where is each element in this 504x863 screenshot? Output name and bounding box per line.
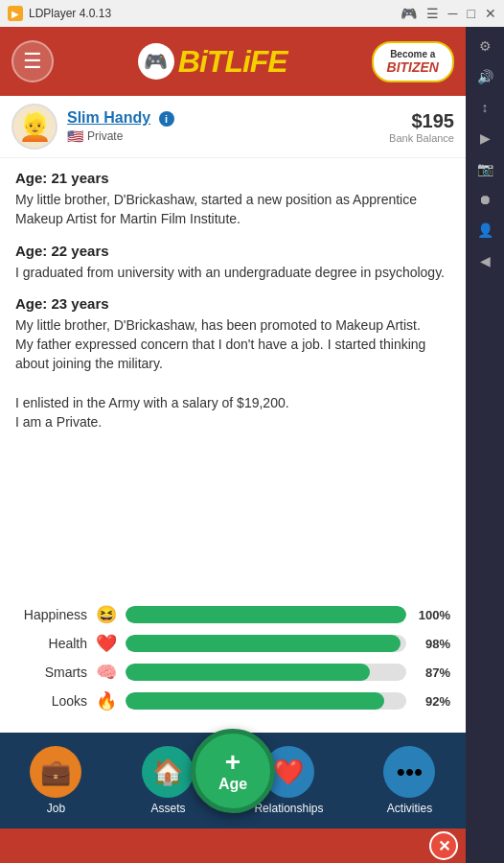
- stat-bar-fill: [126, 635, 401, 652]
- nav-activities[interactable]: ••• Activities: [383, 746, 435, 815]
- assets-label: Assets: [150, 802, 185, 815]
- bottom-nav: 💼 Job 🏠 Assets + Age ❤️ Relationships ••…: [0, 733, 466, 828]
- profile-name-row: Slim Handy i: [67, 109, 174, 127]
- bitizen-button[interactable]: Become a BITIZEN: [372, 41, 454, 82]
- stat-emoji: 😆: [95, 604, 118, 625]
- profile-left: 👱 Slim Handy i 🇺🇸 Private: [11, 104, 174, 150]
- stat-label: Happiness: [15, 607, 87, 622]
- stat-pct: 92%: [414, 694, 450, 709]
- event-text: I graduated from university with an unde…: [15, 263, 450, 282]
- sidebar-user-icon[interactable]: 👤: [470, 217, 500, 244]
- stat-bar-fill: [126, 606, 406, 623]
- red-strip: ✕: [0, 828, 466, 863]
- stat-bar-bg: [126, 635, 406, 652]
- nav-assets[interactable]: 🏠 Assets: [142, 746, 194, 815]
- stat-pct: 100%: [414, 608, 450, 622]
- stat-pct: 98%: [414, 637, 450, 651]
- profile-info: Slim Handy i 🇺🇸 Private: [67, 109, 174, 144]
- nav-job[interactable]: 💼 Job: [30, 746, 81, 815]
- stat-emoji: ❤️: [95, 633, 118, 654]
- hamburger-icon: ☰: [23, 49, 42, 74]
- stat-bar-fill: [126, 664, 370, 681]
- hamburger-button[interactable]: ☰: [11, 40, 54, 82]
- profile-rank: 🇺🇸 Private: [67, 128, 174, 144]
- sidebar-back-icon[interactable]: ◀: [470, 247, 500, 274]
- event-age: Age: 23 years: [15, 295, 450, 312]
- stat-bar-bg: [126, 692, 406, 710]
- life-events-scroll[interactable]: Age: 21 yearsMy little brother, D'Bricka…: [0, 158, 466, 593]
- age-button-container: + Age: [191, 729, 275, 813]
- menu-icon[interactable]: ☰: [426, 6, 439, 21]
- age-button[interactable]: + Age: [191, 729, 275, 813]
- bitizen-top-text: Become a: [387, 49, 439, 59]
- logo-text: BiTLiFE: [178, 44, 287, 80]
- stat-row: Looks 🔥 92%: [15, 690, 450, 711]
- title-bar-controls: 🎮 ☰ ─ □ ✕: [401, 6, 496, 21]
- event-block: Age: 22 yearsI graduated from university…: [15, 243, 450, 282]
- close-icon[interactable]: ✕: [485, 6, 496, 21]
- stat-row: Happiness 😆 100%: [15, 604, 450, 625]
- app-header: ☰ 🎮 BiTLiFE Become a BITIZEN: [0, 27, 466, 96]
- sidebar-play-icon[interactable]: ▶: [470, 125, 500, 152]
- stat-label: Smarts: [15, 665, 87, 680]
- stat-emoji: 🔥: [95, 690, 118, 711]
- age-plus-icon: +: [225, 749, 241, 776]
- minimize-icon[interactable]: ─: [448, 6, 458, 21]
- avatar: 👱: [11, 104, 57, 150]
- close-button[interactable]: ✕: [429, 831, 458, 860]
- sidebar-settings-icon[interactable]: ⚙: [470, 33, 500, 59]
- activities-label: Activities: [387, 802, 432, 815]
- logo-icon: 🎮: [138, 43, 174, 80]
- stat-bar-bg: [126, 606, 406, 623]
- emulator-sidebar: ⚙ 🔊 ↕ ▶ 📷 ⏺ 👤 ◀: [466, 27, 504, 863]
- profile-right: $195 Bank Balance: [389, 110, 454, 144]
- event-block: Age: 23 yearsMy little brother, D'Bricka…: [15, 295, 450, 432]
- stat-emoji: 🧠: [95, 662, 118, 683]
- logo-area: 🎮 BiTLiFE: [138, 43, 287, 80]
- rank-flag: 🇺🇸: [67, 128, 83, 144]
- sidebar-camera-icon[interactable]: 📷: [470, 155, 500, 182]
- stat-pct: 87%: [414, 665, 450, 680]
- sidebar-resize-icon[interactable]: ↕: [470, 94, 500, 121]
- event-age: Age: 21 years: [15, 170, 450, 186]
- balance-label: Bank Balance: [389, 132, 454, 144]
- stat-row: Smarts 🧠 87%: [15, 662, 450, 683]
- title-bar-text: LDPlayer 4.0.13: [29, 7, 111, 20]
- event-block: Age: 21 yearsMy little brother, D'Bricka…: [15, 170, 450, 229]
- stat-bar-fill: [126, 692, 384, 710]
- game-area: ☰ 🎮 BiTLiFE Become a BITIZEN 👱 Slim Hand…: [0, 27, 466, 863]
- title-bar: ▶ LDPlayer 4.0.13 🎮 ☰ ─ □ ✕: [0, 0, 504, 27]
- profile-name[interactable]: Slim Handy: [67, 109, 150, 126]
- job-icon: 💼: [30, 746, 81, 798]
- info-icon[interactable]: i: [159, 111, 174, 127]
- job-label: Job: [47, 802, 65, 815]
- event-text: My little brother, D'Brickashaw, started…: [15, 190, 450, 229]
- age-label: Age: [218, 776, 247, 793]
- stat-label: Looks: [15, 693, 87, 709]
- sidebar-volume-icon[interactable]: 🔊: [470, 63, 500, 90]
- stats-bar: Happiness 😆 100% Health ❤️ 98% Smarts 🧠 …: [0, 593, 466, 733]
- stat-label: Health: [15, 636, 87, 651]
- maximize-icon[interactable]: □: [468, 6, 475, 21]
- title-bar-left: ▶ LDPlayer 4.0.13: [8, 6, 111, 21]
- bitizen-bot-text: BITIZEN: [387, 59, 439, 75]
- event-text: My little brother, D'Brickashaw, has bee…: [15, 315, 450, 432]
- balance-amount: $195: [389, 110, 454, 132]
- rank-label: Private: [87, 129, 123, 143]
- assets-icon: 🏠: [142, 746, 194, 798]
- gamepad-icon[interactable]: 🎮: [401, 6, 417, 21]
- profile-bar: 👱 Slim Handy i 🇺🇸 Private $195 Bank Bala…: [0, 96, 466, 158]
- stat-bar-bg: [126, 664, 406, 681]
- activities-icon: •••: [383, 746, 435, 798]
- sidebar-record-icon[interactable]: ⏺: [470, 186, 500, 213]
- event-age: Age: 22 years: [15, 243, 450, 259]
- stat-row: Health ❤️ 98%: [15, 633, 450, 654]
- app-icon: ▶: [8, 6, 23, 21]
